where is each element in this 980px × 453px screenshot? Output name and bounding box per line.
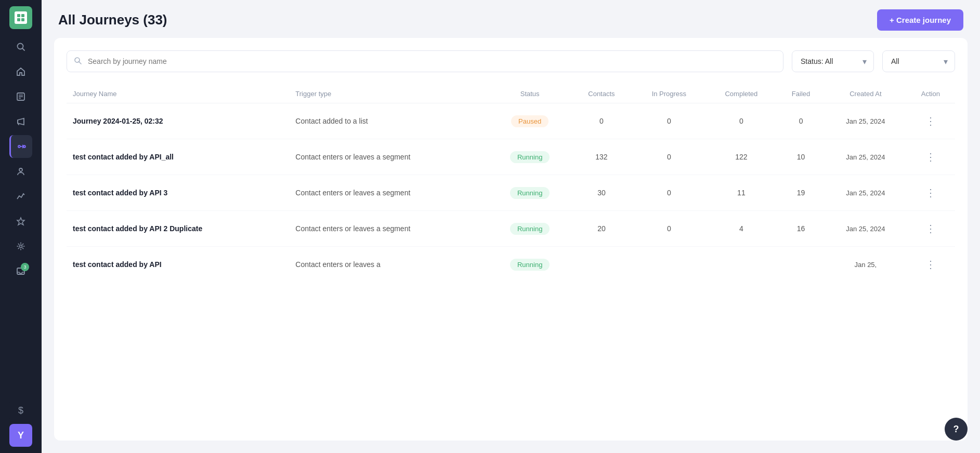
col-contacts: Contacts <box>571 85 632 103</box>
logo-inner <box>15 11 27 24</box>
table-row: test contact added by API 2 Duplicate Co… <box>67 211 955 247</box>
cell-failed: 0 <box>777 103 825 139</box>
svg-point-10 <box>18 145 20 148</box>
cell-action: ⋮ <box>906 211 955 247</box>
cell-in-progress: 0 <box>632 103 706 139</box>
cell-status: Paused <box>489 103 570 139</box>
cell-trigger-type: Contact enters or leaves a <box>289 247 489 283</box>
cell-trigger-type: Contact enters or leaves a segment <box>289 175 489 211</box>
sidebar-item-campaigns[interactable] <box>9 110 32 133</box>
page-header: All Journeys (33) + Create journey <box>42 0 980 38</box>
cell-in-progress: 0 <box>632 139 706 175</box>
journeys-table: Journey Name Trigger type Status Contact… <box>67 85 955 282</box>
cell-created-at: Jan 25, 2024 <box>825 103 906 139</box>
table-header: Journey Name Trigger type Status Contact… <box>67 85 955 103</box>
col-completed: Completed <box>706 85 777 103</box>
row-action-button[interactable]: ⋮ <box>921 220 940 237</box>
row-action-button[interactable]: ⋮ <box>921 256 940 273</box>
sidebar-user-avatar[interactable]: Y <box>9 424 32 447</box>
col-created-at: Created At <box>825 85 906 103</box>
cell-completed <box>706 247 777 283</box>
main-content: All Journeys (33) + Create journey Statu… <box>42 0 980 453</box>
sidebar-item-analytics[interactable] <box>9 185 32 208</box>
page-title: All Journeys (33) <box>58 12 167 28</box>
cell-contacts: 0 <box>571 103 632 139</box>
cell-journey-name: test contact added by API 3 <box>67 175 289 211</box>
status-badge: Running <box>510 223 550 235</box>
cell-status: Running <box>489 139 570 175</box>
cell-contacts: 132 <box>571 139 632 175</box>
table-row: test contact added by API Contact enters… <box>67 247 955 283</box>
sidebar-item-home[interactable] <box>9 60 32 83</box>
cell-trigger-type: Contact enters or leaves a segment <box>289 211 489 247</box>
content-area: Status: All Status: Running Status: Paus… <box>54 38 968 441</box>
search-icon <box>74 57 82 66</box>
cell-status: Running <box>489 211 570 247</box>
cell-journey-name: test contact added by API <box>67 247 289 283</box>
create-journey-button[interactable]: + Create journey <box>877 9 963 31</box>
cell-action: ⋮ <box>906 103 955 139</box>
cell-journey-name: Journey 2024-01-25, 02:32 <box>67 103 289 139</box>
svg-rect-2 <box>17 18 20 21</box>
cell-action: ⋮ <box>906 139 955 175</box>
status-badge: Paused <box>511 115 548 127</box>
sidebar-item-search[interactable] <box>9 35 32 58</box>
cell-completed: 4 <box>706 211 777 247</box>
sidebar-item-inbox[interactable]: 3 <box>9 260 32 283</box>
cell-created-at: Jan 25, 2024 <box>825 175 906 211</box>
row-action-button[interactable]: ⋮ <box>921 149 940 165</box>
sidebar-item-contacts[interactable] <box>9 160 32 183</box>
sidebar-bottom: $ Y <box>9 399 32 447</box>
cell-completed: 122 <box>706 139 777 175</box>
cell-in-progress: 0 <box>632 211 706 247</box>
filter-bar: Status: All Status: Running Status: Paus… <box>67 50 955 72</box>
row-action-button[interactable]: ⋮ <box>921 184 940 201</box>
cell-status: Running <box>489 175 570 211</box>
search-input[interactable] <box>67 50 783 72</box>
cell-created-at: Jan 25, 2024 <box>825 211 906 247</box>
cell-in-progress <box>632 247 706 283</box>
search-box <box>67 50 783 72</box>
status-badge: Running <box>510 259 550 271</box>
row-action-button[interactable]: ⋮ <box>921 113 940 129</box>
svg-line-17 <box>79 62 81 64</box>
col-in-progress: In Progress <box>632 85 706 103</box>
cell-action: ⋮ <box>906 175 955 211</box>
all-filter[interactable]: All <box>882 50 955 72</box>
cell-in-progress: 0 <box>632 175 706 211</box>
sidebar-item-settings[interactable] <box>9 235 32 258</box>
col-trigger-type: Trigger type <box>289 85 489 103</box>
svg-rect-3 <box>21 18 24 21</box>
cell-failed: 19 <box>777 175 825 211</box>
cell-failed: 16 <box>777 211 825 247</box>
table-row: test contact added by API 3 Contact ente… <box>67 175 955 211</box>
svg-point-14 <box>20 245 22 248</box>
sidebar-item-journeys[interactable] <box>9 135 32 158</box>
app-logo <box>9 6 32 29</box>
help-button[interactable]: ? <box>945 418 968 441</box>
sidebar-item-automations[interactable] <box>9 210 32 233</box>
svg-line-5 <box>22 48 24 50</box>
table-row: test contact added by API_all Contact en… <box>67 139 955 175</box>
inbox-badge: 3 <box>21 263 29 271</box>
sidebar-dollar-icon[interactable]: $ <box>9 399 32 422</box>
cell-completed: 11 <box>706 175 777 211</box>
cell-action: ⋮ <box>906 247 955 283</box>
cell-created-at: Jan 25, 2024 <box>825 139 906 175</box>
col-status: Status <box>489 85 570 103</box>
cell-contacts: 30 <box>571 175 632 211</box>
status-badge: Running <box>510 151 550 163</box>
svg-rect-1 <box>21 14 24 17</box>
status-filter-wrapper: Status: All Status: Running Status: Paus… <box>792 50 874 72</box>
sidebar-item-reports[interactable] <box>9 85 32 108</box>
cell-status: Running <box>489 247 570 283</box>
cell-failed: 10 <box>777 139 825 175</box>
col-action: Action <box>906 85 955 103</box>
cell-trigger-type: Contact added to a list <box>289 103 489 139</box>
cell-journey-name: test contact added by API_all <box>67 139 289 175</box>
svg-marker-13 <box>17 218 24 225</box>
cell-contacts: 20 <box>571 211 632 247</box>
table-row: Journey 2024-01-25, 02:32 Contact added … <box>67 103 955 139</box>
cell-completed: 0 <box>706 103 777 139</box>
status-filter[interactable]: Status: All Status: Running Status: Paus… <box>792 50 874 72</box>
